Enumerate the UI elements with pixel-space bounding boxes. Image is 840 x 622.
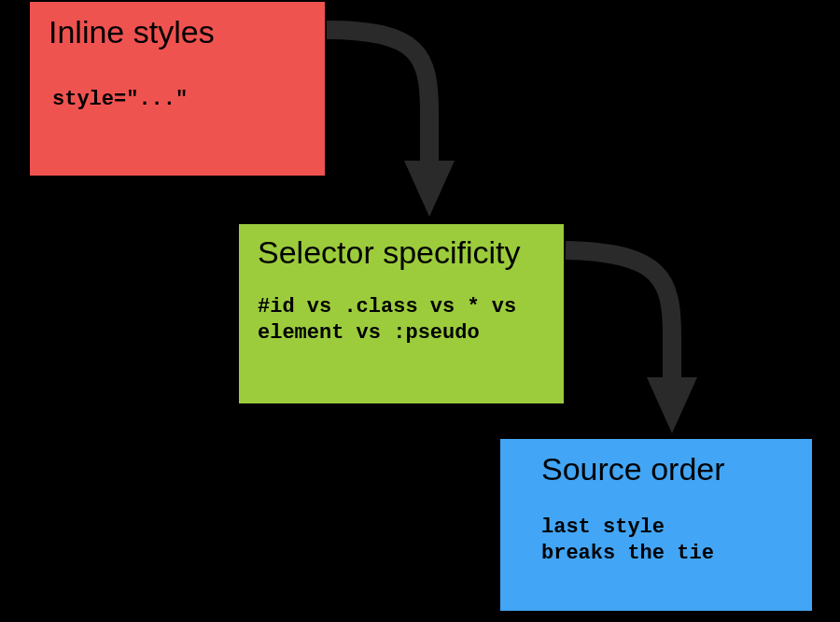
box-code: last style breaks the tie — [519, 515, 793, 566]
diagram-stage: Inline styles style="..." Selector speci… — [0, 0, 840, 622]
box-source-order: Source order last style breaks the tie — [498, 437, 814, 613]
box-title: Source order — [519, 452, 793, 487]
